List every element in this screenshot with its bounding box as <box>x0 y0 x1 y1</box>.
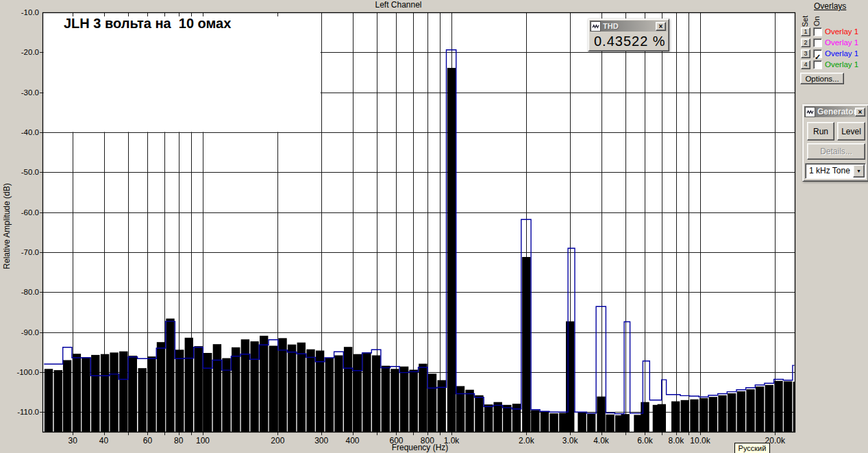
waveform-icon <box>591 21 601 32</box>
overlay-4-checkbox[interactable]: ✓ <box>813 60 822 69</box>
svg-text:30: 30 <box>69 436 78 445</box>
svg-text:2.0k: 2.0k <box>519 436 535 445</box>
svg-text:100: 100 <box>196 436 210 445</box>
svg-text:-110.0: -110.0 <box>17 408 39 416</box>
overlay-1-set-button[interactable]: 1 <box>801 27 810 36</box>
svg-text:60: 60 <box>143 436 153 445</box>
overlay-row-3: 3 ✓ Overlay 1 <box>801 49 858 58</box>
svg-text:80: 80 <box>174 436 184 445</box>
spectrum-plot: 304060801002003004006008001.0k2.0k3.0k4.… <box>0 0 868 453</box>
svg-text:-50.0: -50.0 <box>21 168 39 176</box>
generator-level-button[interactable]: Level <box>837 122 865 140</box>
svg-text:-30.0: -30.0 <box>21 88 39 97</box>
overlay-3-label: Overlay 1 <box>825 49 858 58</box>
overlay-4-label: Overlay 1 <box>825 60 858 69</box>
svg-text:4.0k: 4.0k <box>593 436 610 445</box>
generator-window: Generator × Run Level Details... 1 kHz T… <box>802 104 868 182</box>
overlay-2-checkbox[interactable]: ✓ <box>813 38 822 47</box>
svg-text:-40.0: -40.0 <box>21 128 39 136</box>
svg-text:8.0k: 8.0k <box>668 436 684 445</box>
overlay-4-set-button[interactable]: 4 <box>801 60 810 69</box>
generator-window-title: Generator <box>817 107 856 117</box>
thd-close-button[interactable]: × <box>656 22 666 31</box>
svg-text:-60.0: -60.0 <box>21 208 39 217</box>
svg-text:-70.0: -70.0 <box>21 248 39 256</box>
overlay-row-1: 1 ✓ Overlay 1 <box>801 27 858 36</box>
overlays-link[interactable]: Overlays <box>814 1 846 11</box>
chart-annotation: JLH 3 вольта на 10 омах <box>64 16 231 32</box>
annotation-mask <box>44 16 321 132</box>
generator-signal-select[interactable]: 1 kHz Tone ▼ <box>805 163 866 179</box>
overlay-1-label: Overlay 1 <box>825 27 858 36</box>
waveform-icon <box>805 107 815 117</box>
overlays-options-button[interactable]: Options... <box>800 73 844 84</box>
generator-signal-value: 1 kHz Tone <box>809 166 850 175</box>
svg-text:40: 40 <box>99 436 109 445</box>
y-tick-labels: -10.0-20.0-30.0-40.0-50.0-60.0-70.0-80.0… <box>16 8 39 416</box>
overlay-2-set-button[interactable]: 2 <box>801 38 810 47</box>
thd-value: 0.43522 % <box>594 34 666 49</box>
svg-text:3.0k: 3.0k <box>562 436 579 445</box>
generator-details-button[interactable]: Details... <box>807 143 865 160</box>
svg-text:400: 400 <box>345 436 359 445</box>
overlay-2-label: Overlay 1 <box>825 38 858 47</box>
overlay-3-checkbox[interactable]: ✓ <box>813 49 822 58</box>
svg-text:-20.0: -20.0 <box>21 48 39 56</box>
svg-text:200: 200 <box>271 436 284 445</box>
overlay-3-set-button[interactable]: 3 <box>801 49 810 58</box>
generator-run-button[interactable]: Run <box>807 122 834 140</box>
generator-close-button[interactable]: × <box>855 108 865 117</box>
x-axis-title: Frequency (Hz) <box>379 443 461 452</box>
svg-text:-100.0: -100.0 <box>16 368 39 376</box>
overlay-row-4: 4 ✓ Overlay 1 <box>801 60 858 69</box>
analyzer-app: 304060801002003004006008001.0k2.0k3.0k4.… <box>0 0 868 453</box>
svg-text:-80.0: -80.0 <box>21 288 39 296</box>
thd-window: THD × 0.43522 % <box>588 19 669 51</box>
thd-window-title: THD <box>603 22 619 30</box>
overlay-1-checkbox[interactable]: ✓ <box>813 27 822 36</box>
svg-text:6.0k: 6.0k <box>637 436 654 445</box>
svg-text:10.0k: 10.0k <box>690 436 710 445</box>
overlay-row-2: 2 ✓ Overlay 1 <box>801 38 858 47</box>
generator-titlebar[interactable]: Generator × <box>804 106 867 117</box>
y-axis-title: Relative Amplitude (dB) <box>2 171 12 281</box>
svg-text:-90.0: -90.0 <box>21 328 39 336</box>
chevron-down-icon[interactable]: ▼ <box>853 164 865 177</box>
language-tooltip: Русский <box>734 443 770 453</box>
svg-text:300: 300 <box>314 436 328 445</box>
thd-titlebar[interactable]: THD × <box>590 21 667 32</box>
channel-title: Left Channel <box>0 0 797 10</box>
